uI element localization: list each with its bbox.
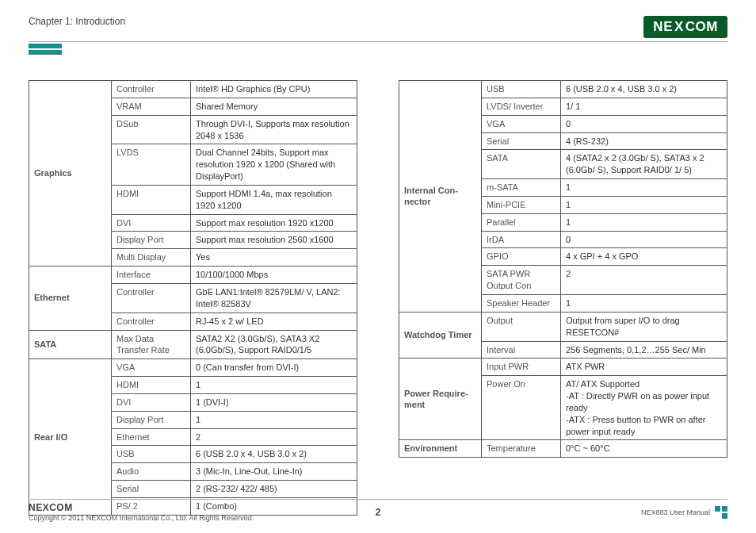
spec-key: Temperature: [482, 440, 561, 458]
footer-doc: NEX883 User Manual: [641, 508, 710, 516]
spec-key: Display Port: [112, 411, 191, 428]
spec-table-right: Internal Con­nectorUSB6 (USB 2.0 x 4, US…: [399, 80, 727, 458]
spec-value: 0°C ~ 60°C: [561, 440, 727, 458]
spec-value: Support max resolution 2560 x1600: [191, 232, 357, 249]
category-cell: Watchdog Timer: [399, 312, 482, 359]
spec-key: Display Port: [112, 232, 191, 249]
spec-value: Intel® HD Graphics (By CPU): [191, 81, 357, 98]
table-row: Power Require­mentInput PWRATX PWR: [399, 359, 727, 376]
spec-value: 3 (Mic-In, Line-Out, Line-In): [191, 463, 357, 481]
spec-key: USB: [112, 446, 191, 463]
logo-x: X: [674, 19, 684, 35]
page-number: 2: [376, 507, 381, 518]
category-cell: SATA: [29, 330, 112, 359]
footer-logo: NEXCOM: [29, 502, 254, 513]
table-row: EnvironmentTemperature0°C ~ 60°C: [399, 440, 727, 458]
spec-value: SATA2 X2 (3.0Gb/S), SATA3 X2 (6.0Gb/S), …: [191, 330, 357, 359]
spec-value: 4 (RS-232): [561, 132, 727, 150]
spec-value: 1: [191, 411, 357, 428]
spec-key: HDMI: [112, 377, 191, 394]
spec-value: Output from super I/O to drag RESETCON#: [561, 312, 727, 341]
category-cell: Rear I/O: [29, 359, 112, 516]
spec-value: ATX PWR: [561, 359, 727, 376]
spec-value: 1: [561, 179, 727, 197]
spec-key: Interval: [482, 341, 561, 359]
table-row: EthernetInterface10/100/1000 Mbps: [29, 266, 357, 284]
spec-key: Ethernet: [112, 428, 191, 446]
table-row: Rear I/OVGA0 (Can transfer from DVI-I): [29, 359, 357, 377]
spec-key: GPIO: [482, 248, 561, 266]
corner-icon: [715, 506, 727, 519]
spec-key: Output: [482, 312, 561, 341]
spec-key: Multi Display: [112, 249, 191, 266]
spec-value: GbE LAN1:Intel® 82579LM/ V, LAN2: Intel®…: [191, 283, 357, 313]
spec-key: IrDA: [482, 231, 561, 248]
spec-value: RJ-45 x 2 w/ LED: [191, 313, 357, 330]
svg-rect-1: [722, 506, 727, 512]
spec-key: Interface: [112, 266, 191, 284]
spec-table-left: GraphicsControllerIntel® HD Graphics (By…: [29, 80, 357, 516]
spec-value: 4 x GPI + 4 x GPO: [561, 248, 727, 266]
spec-value: Through DVI-I, Supports max resolution 2…: [191, 115, 357, 144]
spec-value: 10/100/1000 Mbps: [191, 266, 357, 284]
category-cell: Ethernet: [29, 266, 112, 330]
divider-top: [29, 41, 727, 42]
spec-key: DVI: [112, 393, 191, 411]
spec-key: m-SATA: [482, 179, 561, 197]
category-cell: Environment: [399, 440, 482, 458]
spec-key: Power On: [482, 376, 561, 440]
spec-key: DSub: [112, 115, 191, 144]
content-columns: GraphicsControllerIntel® HD Graphics (By…: [29, 80, 727, 516]
chapter-title: Chapter 1: Introduction: [29, 16, 125, 27]
spec-value: 2 (RS-232/ 422/ 485): [191, 481, 357, 498]
footer: NEXCOM Copyright © 2011 NEXCOM Internati…: [29, 499, 727, 522]
spec-key: VRAM: [112, 98, 191, 115]
spec-value: 1: [561, 196, 727, 213]
spec-value: 0: [561, 231, 727, 248]
spec-key: Controller: [112, 283, 191, 313]
table-row: Internal Con­nectorUSB6 (USB 2.0 x 4, US…: [399, 81, 727, 98]
spec-key: VGA: [112, 359, 191, 377]
spec-key: LVDS/ Inverter: [482, 98, 561, 115]
spec-value: 256 Segments, 0,1,2…255 Sec/ Min: [561, 341, 727, 359]
spec-value: Shared Memory: [191, 98, 357, 115]
spec-value: 1: [191, 377, 357, 394]
spec-key: VGA: [482, 115, 561, 132]
spec-value: Dual Channel 24bits, Support max resolut…: [191, 144, 357, 186]
table-row: Watchdog TimerOutputOutput from super I/…: [399, 312, 727, 341]
spec-key: LVDS: [112, 144, 191, 186]
svg-rect-0: [715, 506, 720, 512]
spec-key: Serial: [482, 132, 561, 150]
spec-value: 1 (DVI-I): [191, 393, 357, 411]
spec-key: USB: [482, 81, 561, 98]
spec-key: Max Data Transfer Rate: [112, 330, 191, 359]
spec-value: 2: [561, 266, 727, 295]
spec-key: Speaker Header: [482, 294, 561, 312]
spec-key: Controller: [112, 313, 191, 330]
spec-value: 0: [561, 115, 727, 132]
spec-key: Serial: [112, 481, 191, 498]
spec-value: 1: [561, 294, 727, 312]
spec-value: 2: [191, 428, 357, 446]
spec-key: DVI: [112, 214, 191, 232]
spec-key: Audio: [112, 463, 191, 481]
table-row: GraphicsControllerIntel® HD Graphics (By…: [29, 81, 357, 98]
spec-value: Support HDMI 1.4a, max resolution 1920 x…: [191, 185, 357, 214]
category-cell: Graphics: [29, 81, 112, 266]
logo-badge: NEXCOM: [643, 16, 727, 38]
spec-value: Yes: [191, 249, 357, 266]
spec-key: HDMI: [112, 185, 191, 214]
spec-value: 6 (USB 2.0 x 4, USB 3.0 x 2): [191, 446, 357, 463]
spec-value: AT/ ATX Supported -AT : Directly PWR on …: [561, 376, 727, 440]
logo-tail: COM: [685, 19, 718, 35]
logo-ne: NE: [653, 19, 673, 35]
spec-value: 6 (USB 2.0 x 4, USB 3.0 x 2): [561, 81, 727, 98]
table-row: SATAMax Data Transfer RateSATA2 X2 (3.0G…: [29, 330, 357, 359]
spec-key: Parallel: [482, 213, 561, 231]
decorative-bars: [29, 44, 62, 56]
spec-key: Input PWR: [482, 359, 561, 376]
svg-rect-2: [722, 513, 727, 519]
spec-value: 1/ 1: [561, 98, 727, 115]
category-cell: Power Require­ment: [399, 359, 482, 440]
spec-value: Support max resolution 1920 x1200: [191, 214, 357, 232]
